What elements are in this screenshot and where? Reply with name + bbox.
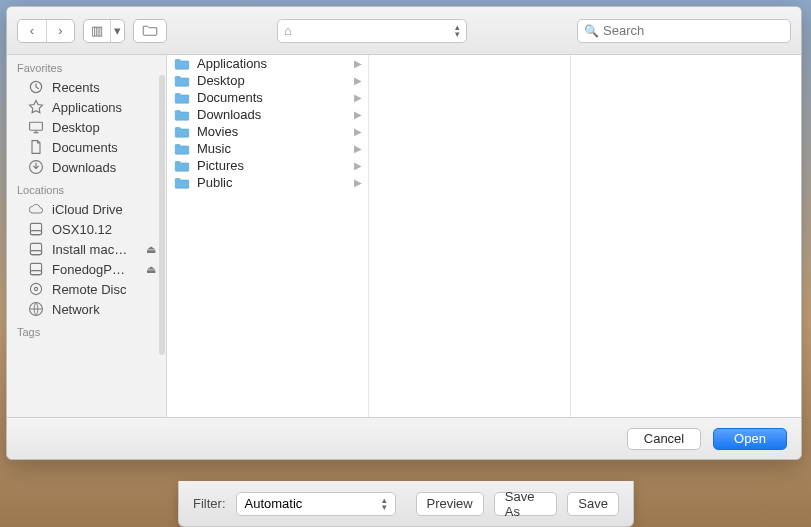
svg-rect-7 (30, 263, 41, 274)
sidebar-item-label: Install mac… (52, 242, 127, 257)
folder-icon (173, 75, 191, 87)
sidebar-item-osx10-12[interactable]: OSX10.12 (7, 219, 166, 239)
folder-icon (173, 92, 191, 104)
eject-icon[interactable]: ⏏ (146, 263, 156, 276)
chevron-right-icon: ▶ (354, 75, 362, 86)
chevron-right-icon: ▶ (354, 143, 362, 154)
sidebar-item-label: Documents (52, 140, 118, 155)
column-0: Applications▶Desktop▶Documents▶Downloads… (167, 55, 369, 417)
svg-rect-5 (30, 243, 41, 254)
folder-name: Music (197, 141, 348, 156)
folder-name: Documents (197, 90, 348, 105)
chevron-right-icon: ▶ (354, 92, 362, 103)
column-1 (369, 55, 571, 417)
documents-icon (27, 139, 45, 155)
chevron-right-icon: ▶ (354, 126, 362, 137)
folder-icon (173, 126, 191, 138)
view-mode-popup[interactable]: ▥ ▾ (83, 19, 125, 43)
sidebar-item-label: Recents (52, 80, 100, 95)
folder-row-documents[interactable]: Documents▶ (167, 89, 368, 106)
sidebar-item-label: iCloud Drive (52, 202, 123, 217)
folder-row-downloads[interactable]: Downloads▶ (167, 106, 368, 123)
dialog-body: FavoritesRecentsApplicationsDesktopDocum… (7, 55, 801, 417)
svg-rect-6 (30, 251, 41, 255)
sidebar-item-label: OSX10.12 (52, 222, 112, 237)
disk-icon (27, 241, 45, 257)
sidebar-item-network[interactable]: Network (7, 299, 166, 319)
footer: Cancel Open (7, 417, 801, 459)
folder-name: Desktop (197, 73, 348, 88)
sidebar-section-header: Locations (7, 177, 166, 199)
folder-icon (142, 22, 158, 40)
sidebar-item-icloud-drive[interactable]: iCloud Drive (7, 199, 166, 219)
back-button[interactable]: ‹ (18, 20, 46, 42)
folder-name: Applications (197, 56, 348, 71)
folder-row-music[interactable]: Music▶ (167, 140, 368, 157)
chevron-right-icon: › (58, 23, 62, 38)
folder-row-public[interactable]: Public▶ (167, 174, 368, 191)
eject-icon[interactable]: ⏏ (146, 243, 156, 256)
sidebar-section-header: Favorites (7, 55, 166, 77)
downloads-icon (27, 159, 45, 175)
sidebar-item-remote-disc[interactable]: Remote Disc (7, 279, 166, 299)
chevron-right-icon: ▶ (354, 109, 362, 120)
sidebar-item-label: Desktop (52, 120, 100, 135)
disk-icon (27, 221, 45, 237)
sidebar-item-label: Applications (52, 100, 122, 115)
filter-popup[interactable]: Automatic ▴▾ (236, 492, 396, 516)
desktop-icon (27, 119, 45, 135)
toolbar: ‹ › ▥ ▾ ⌂ ▴▾ 🔍 (7, 7, 801, 55)
folder-row-movies[interactable]: Movies▶ (167, 123, 368, 140)
search-icon: 🔍 (584, 24, 599, 38)
chevron-right-icon: ▶ (354, 58, 362, 69)
sidebar-item-downloads[interactable]: Downloads (7, 157, 166, 177)
folder-row-desktop[interactable]: Desktop▶ (167, 72, 368, 89)
filter-value: Automatic (245, 496, 303, 511)
sidebar-item-label: Remote Disc (52, 282, 126, 297)
folder-name: Downloads (197, 107, 348, 122)
sidebar-item-fonedogp-[interactable]: FonedogP…⏏ (7, 259, 166, 279)
save-as-button[interactable]: Save As (494, 492, 558, 516)
sidebar-item-install-mac-[interactable]: Install mac…⏏ (7, 239, 166, 259)
sidebar-item-label: FonedogP… (52, 262, 125, 277)
column-browser: Applications▶Desktop▶Documents▶Downloads… (167, 55, 801, 417)
chevron-left-icon: ‹ (30, 23, 34, 38)
sidebar-item-desktop[interactable]: Desktop (7, 117, 166, 137)
search-input[interactable] (603, 23, 784, 38)
svg-rect-4 (30, 231, 41, 235)
new-folder-button[interactable] (133, 19, 167, 43)
folder-row-applications[interactable]: Applications▶ (167, 55, 368, 72)
path-popup[interactable]: ⌂ ▴▾ (277, 19, 467, 43)
sidebar: FavoritesRecentsApplicationsDesktopDocum… (7, 55, 167, 417)
filter-label: Filter: (193, 496, 226, 511)
svg-rect-8 (30, 271, 41, 275)
folder-name: Movies (197, 124, 348, 139)
svg-point-9 (30, 283, 41, 294)
sidebar-section-header: Tags (7, 319, 166, 341)
updown-icon: ▴▾ (382, 497, 387, 511)
sidebar-item-applications[interactable]: Applications (7, 97, 166, 117)
open-button[interactable]: Open (713, 428, 787, 450)
preview-button[interactable]: Preview (416, 492, 484, 516)
search-field[interactable]: 🔍 (577, 19, 791, 43)
svg-point-10 (34, 287, 37, 290)
chevron-down-icon: ▾ (114, 23, 121, 38)
secondary-toolbar: Filter: Automatic ▴▾ Preview Save As Sav… (178, 481, 634, 527)
svg-rect-1 (30, 122, 43, 130)
save-button[interactable]: Save (567, 492, 619, 516)
nav-back-forward: ‹ › (17, 19, 75, 43)
cancel-button[interactable]: Cancel (627, 428, 701, 450)
folder-name: Pictures (197, 158, 348, 173)
apps-icon (27, 99, 45, 115)
disk-icon (27, 261, 45, 277)
folder-icon (173, 58, 191, 70)
recents-icon (27, 79, 45, 95)
sidebar-item-documents[interactable]: Documents (7, 137, 166, 157)
forward-button[interactable]: › (46, 20, 74, 42)
folder-row-pictures[interactable]: Pictures▶ (167, 157, 368, 174)
columns-view-icon: ▥ (91, 23, 103, 38)
folder-icon (173, 177, 191, 189)
chevron-right-icon: ▶ (354, 177, 362, 188)
chevron-right-icon: ▶ (354, 160, 362, 171)
sidebar-item-recents[interactable]: Recents (7, 77, 166, 97)
